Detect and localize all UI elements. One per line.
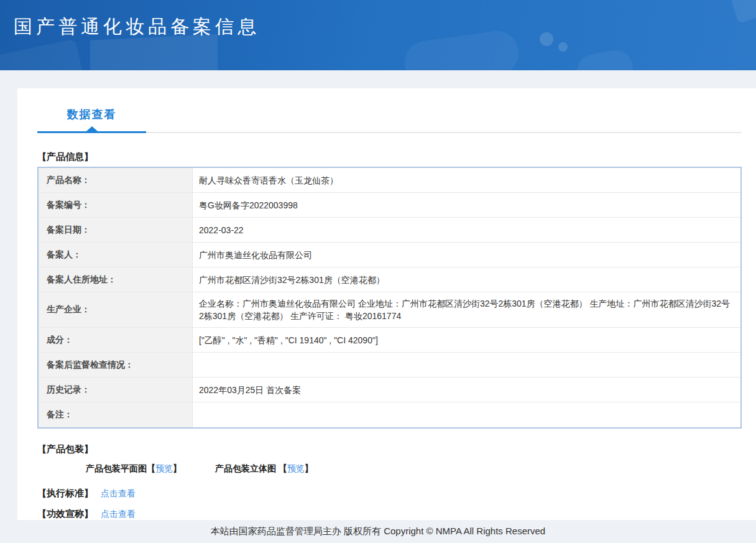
table-row: 备注： bbox=[39, 402, 740, 427]
field-label-filing-date: 备案日期： bbox=[39, 218, 193, 242]
header-decoration-top-right bbox=[731, 0, 756, 24]
field-value-supervision bbox=[193, 353, 740, 377]
field-value-manufacturer: 企业名称：广州市奥迪丝化妆品有限公司 企业地址：广州市花都区清沙街32号2栋30… bbox=[193, 292, 740, 327]
table-row: 备案日期： 2022-03-22 bbox=[39, 218, 740, 243]
efficacy-row: 【功效宣称】 点击查看 bbox=[37, 508, 742, 520]
bracket-close: 】 bbox=[173, 463, 182, 473]
table-row: 备案后监督检查情况： bbox=[39, 353, 740, 378]
content-card: 数据查看 【产品信息】 产品名称： 耐人寻味众香寄语香水（玉龙仙茶） 备案编号：… bbox=[17, 88, 756, 520]
packaging-row: 产品包装平面图【预览】 产品包装立体图 【预览】 bbox=[37, 463, 742, 475]
section-product-info-title: 【产品信息】 bbox=[37, 151, 742, 163]
tab-data-view-label: 数据查看 bbox=[67, 108, 117, 121]
field-label-remark: 备注： bbox=[39, 402, 193, 427]
table-row: 产品名称： 耐人寻味众香寄语香水（玉龙仙茶） bbox=[39, 168, 740, 193]
header-decoration-circle bbox=[540, 32, 553, 46]
bracket-open: 【 bbox=[279, 463, 287, 473]
field-label-filing-number: 备案编号： bbox=[39, 193, 193, 217]
packaging-flat-label: 产品包装平面图 bbox=[86, 463, 147, 473]
field-value-history: 2022年03月25日 首次备案 bbox=[193, 378, 740, 402]
standard-row: 【执行标准】 点击查看 bbox=[37, 488, 742, 499]
packaging-flat-item: 产品包装平面图【预览】 bbox=[86, 463, 184, 473]
product-info-table: 产品名称： 耐人寻味众香寄语香水（玉龙仙茶） 备案编号： 粤G妆网备字20220… bbox=[37, 167, 742, 429]
tab-active-caret-icon bbox=[86, 126, 98, 131]
header-decoration-corner bbox=[0, 39, 85, 70]
field-label-product-name: 产品名称： bbox=[39, 168, 193, 192]
header-decoration-capsule bbox=[402, 28, 522, 70]
field-label-supervision: 备案后监督检查情况： bbox=[39, 353, 193, 377]
section-efficacy-title: 【功效宣称】 bbox=[37, 508, 93, 520]
field-value-filer-address: 广州市花都区清沙街32号2栋301房（空港花都） bbox=[193, 267, 740, 292]
table-row: 生产企业： 企业名称：广州市奥迪丝化妆品有限公司 企业地址：广州市花都区清沙街3… bbox=[39, 292, 740, 328]
field-value-filing-number: 粤G妆网备字2022003998 bbox=[193, 193, 740, 217]
efficacy-view-link[interactable]: 点击查看 bbox=[101, 509, 136, 520]
tab-bar: 数据查看 bbox=[37, 107, 742, 133]
header-decoration-blob bbox=[574, 48, 635, 70]
packaging-flat-preview-link[interactable]: 预览 bbox=[155, 463, 173, 473]
table-row: 备案人住所地址： 广州市花都区清沙街32号2栋301房（空港花都） bbox=[39, 267, 740, 292]
packaging-3d-item: 产品包装立体图 【预览】 bbox=[215, 463, 313, 473]
page-title: 国产普通化妆品备案信息 bbox=[14, 14, 260, 40]
page-header: 国产普通化妆品备案信息 bbox=[0, 0, 756, 70]
tab-data-view[interactable]: 数据查看 bbox=[37, 107, 146, 133]
field-value-filer: 广州市奥迪丝化妆品有限公司 bbox=[193, 243, 740, 267]
field-label-history: 历史记录： bbox=[39, 378, 193, 402]
copyright-text: 本站由国家药品监督管理局主办 版权所有 Copyright © NMPA All… bbox=[211, 526, 545, 537]
standard-view-link[interactable]: 点击查看 bbox=[101, 488, 136, 499]
packaging-3d-label: 产品包装立体图 bbox=[215, 463, 279, 473]
field-value-product-name: 耐人寻味众香寄语香水（玉龙仙茶） bbox=[193, 168, 740, 192]
section-packaging-title: 【产品包装】 bbox=[37, 443, 742, 455]
field-value-ingredients: ["乙醇" , "水" , "香精" , "CI 19140" , "CI 42… bbox=[193, 328, 740, 352]
page-footer: 本站由国家药品监督管理局主办 版权所有 Copyright © NMPA All… bbox=[0, 520, 756, 543]
header-decoration-circle bbox=[558, 42, 568, 52]
field-value-remark bbox=[193, 402, 740, 427]
table-row: 成分： ["乙醇" , "水" , "香精" , "CI 19140" , "C… bbox=[39, 328, 740, 353]
section-standard-title: 【执行标准】 bbox=[37, 488, 93, 499]
packaging-3d-preview-link[interactable]: 预览 bbox=[287, 463, 305, 473]
bracket-open: 【 bbox=[147, 463, 155, 473]
field-label-manufacturer: 生产企业： bbox=[39, 292, 193, 327]
field-label-ingredients: 成分： bbox=[39, 328, 193, 352]
table-row: 历史记录： 2022年03月25日 首次备案 bbox=[39, 378, 740, 402]
bracket-close: 】 bbox=[305, 463, 313, 473]
table-row: 备案编号： 粤G妆网备字2022003998 bbox=[39, 193, 740, 218]
field-value-filing-date: 2022-03-22 bbox=[193, 218, 740, 242]
field-label-filer-address: 备案人住所地址： bbox=[39, 267, 193, 292]
table-row: 备案人： 广州市奥迪丝化妆品有限公司 bbox=[39, 243, 740, 267]
field-label-filer: 备案人： bbox=[39, 243, 193, 267]
